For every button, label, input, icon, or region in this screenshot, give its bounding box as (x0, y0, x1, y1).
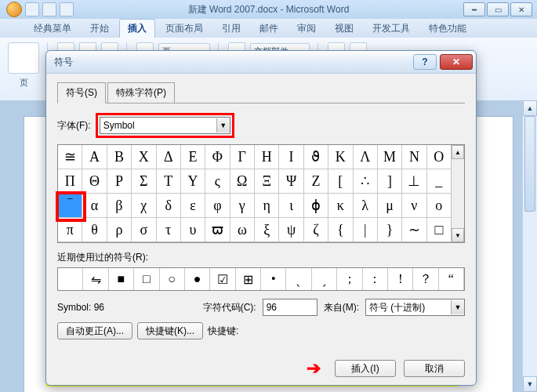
symbol-cell[interactable]: Θ (82, 169, 107, 194)
tab-special-characters[interactable]: 特殊字符(P) (107, 82, 175, 103)
symbol-cell[interactable]: ψ (279, 218, 303, 242)
symbol-cell[interactable]: ν (402, 194, 426, 218)
ribbon-tab-9[interactable]: 特色功能 (420, 19, 475, 38)
recent-symbol-cell[interactable]: ： (363, 268, 388, 290)
symbol-cell[interactable]: θ (82, 218, 107, 242)
dialog-close-button[interactable]: ✕ (440, 54, 473, 70)
window-maximize-button[interactable]: ▭ (487, 2, 509, 16)
symbol-cell[interactable]: □ (427, 218, 452, 242)
symbol-cell[interactable]: { (328, 218, 353, 242)
symbol-cell[interactable]: Ψ (279, 169, 303, 194)
symbol-cell[interactable]: β (107, 194, 132, 218)
dialog-help-button[interactable]: ? (413, 54, 437, 70)
recent-symbol-cell[interactable]: ⊞ (236, 268, 261, 290)
recent-symbol-cell[interactable]: □ (134, 268, 159, 290)
symbol-cell[interactable]: Ω (230, 169, 255, 194)
dialog-titlebar[interactable]: 符号 ? ✕ (46, 51, 476, 74)
recent-symbol-cell[interactable]: ☑ (210, 268, 235, 290)
symbol-cell[interactable]: Ν (402, 145, 426, 169)
ribbon-tab-0[interactable]: 经典菜单 (25, 19, 80, 38)
symbol-cell[interactable]: ∼ (402, 218, 426, 242)
char-code-input[interactable] (263, 300, 317, 314)
recent-symbol-cell[interactable]: ● (185, 268, 210, 290)
symbol-cell[interactable]: Ρ (107, 169, 132, 194)
symbol-cell[interactable]: ι (279, 194, 303, 218)
window-close-button[interactable]: ✕ (510, 2, 532, 16)
recent-symbol-cell[interactable]: ； (337, 268, 362, 290)
symbol-cell[interactable]: ≅ (58, 145, 82, 169)
symbol-cell[interactable]: Φ (205, 145, 230, 169)
symbol-cell[interactable]: Δ (157, 145, 181, 169)
recent-symbol-cell[interactable]: ■ (109, 268, 134, 290)
symbol-cell[interactable]: γ (230, 194, 255, 218)
symbol-cell[interactable]: ⊥ (402, 169, 426, 194)
recent-symbol-cell[interactable]: ˎ (286, 268, 311, 290)
symbol-cell[interactable]: τ (157, 218, 181, 242)
recent-symbol-cell[interactable]: ！ (388, 268, 413, 290)
symbol-cell[interactable]: ϑ (304, 145, 328, 169)
recent-symbols-grid[interactable]: ⇋■□○●☑⊞•ˎˏ；：！？“ (57, 267, 465, 291)
symbol-cell[interactable]: Η (255, 145, 279, 169)
symbol-cell[interactable]: φ (205, 194, 230, 218)
symbol-cell[interactable]: ] (378, 169, 402, 194)
chevron-down-icon[interactable]: ▼ (216, 118, 230, 132)
qat-redo-icon[interactable] (60, 2, 74, 16)
ribbon-tab-5[interactable]: 邮件 (251, 19, 287, 38)
ribbon-tab-6[interactable]: 审阅 (288, 19, 325, 38)
symbol-cell[interactable]: Β (107, 145, 132, 169)
symbol-cell[interactable]: ‾ (58, 194, 82, 218)
ribbon-cover-page-icon[interactable] (8, 42, 39, 74)
shortcut-key-button[interactable]: 快捷键(K)... (137, 322, 203, 339)
grid-scrollbar[interactable]: ▲ ▼ (451, 145, 464, 242)
recent-symbol-cell[interactable]: ˏ (312, 268, 337, 290)
symbol-cell[interactable]: μ (378, 194, 402, 218)
symbol-grid[interactable]: ≅ΑΒΧΔΕΦΓΗΙϑΚΛΜΝΟΠΘΡΣΤΥςΩΞΨΖ[∴]⊥_‾αβχδεφγ… (58, 145, 452, 242)
scroll-down-icon[interactable]: ▼ (523, 376, 537, 392)
symbol-cell[interactable]: Γ (230, 145, 255, 169)
symbol-cell[interactable]: Τ (157, 169, 181, 194)
symbol-cell[interactable]: Υ (181, 169, 205, 194)
ribbon-tab-2[interactable]: 插入 (119, 19, 155, 38)
grid-scroll-down-icon[interactable]: ▼ (452, 228, 464, 242)
symbol-cell[interactable]: κ (328, 194, 353, 218)
tab-symbols[interactable]: 符号(S) (57, 82, 106, 103)
symbol-cell[interactable]: ϖ (205, 218, 230, 242)
qat-save-icon[interactable] (25, 2, 39, 16)
scroll-thumb[interactable] (524, 116, 535, 212)
symbol-cell[interactable]: ∴ (354, 169, 378, 194)
symbol-cell[interactable]: _ (427, 169, 452, 194)
symbol-cell[interactable]: Α (82, 145, 107, 169)
symbol-cell[interactable]: Μ (378, 145, 402, 169)
office-orb-icon[interactable] (6, 2, 22, 17)
recent-symbol-cell[interactable]: ⇋ (83, 268, 108, 290)
symbol-cell[interactable]: λ (354, 194, 378, 218)
ribbon-tab-8[interactable]: 开发工具 (364, 19, 419, 38)
recent-symbol-cell[interactable] (58, 268, 83, 290)
symbol-cell[interactable]: Ο (427, 145, 452, 169)
symbol-cell[interactable]: ς (205, 169, 230, 194)
symbol-cell[interactable]: σ (132, 218, 156, 242)
symbol-cell[interactable]: | (354, 218, 378, 242)
symbol-cell[interactable]: ζ (304, 218, 328, 242)
ribbon-tab-7[interactable]: 视图 (326, 19, 362, 38)
ribbon-tab-4[interactable]: 引用 (213, 19, 249, 38)
symbol-cell[interactable]: Ε (181, 145, 205, 169)
symbol-cell[interactable]: α (82, 194, 107, 218)
symbol-cell[interactable]: π (58, 218, 82, 242)
symbol-cell[interactable]: [ (328, 169, 353, 194)
window-minimize-button[interactable]: ━ (463, 2, 485, 16)
recent-symbol-cell[interactable]: ？ (413, 268, 438, 290)
char-code-field[interactable] (263, 299, 317, 316)
recent-symbol-cell[interactable]: “ (439, 268, 464, 290)
font-input[interactable] (100, 118, 216, 132)
vertical-scrollbar[interactable]: ▲ ▼ (522, 100, 537, 392)
symbol-cell[interactable]: Ι (279, 145, 303, 169)
symbol-cell[interactable]: Ζ (304, 169, 328, 194)
symbol-cell[interactable]: ε (181, 194, 205, 218)
symbol-cell[interactable]: } (378, 218, 402, 242)
ribbon-tab-3[interactable]: 页面布局 (157, 19, 212, 38)
symbol-cell[interactable]: Σ (132, 169, 156, 194)
symbol-cell[interactable]: ω (230, 218, 255, 242)
symbol-cell[interactable]: χ (132, 194, 156, 218)
grid-scroll-up-icon[interactable]: ▲ (452, 145, 464, 159)
